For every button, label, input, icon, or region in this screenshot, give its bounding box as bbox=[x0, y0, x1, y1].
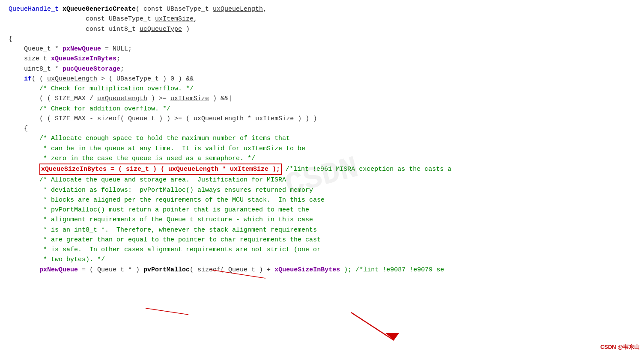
code-line: * can be in the queue at any time. It is… bbox=[9, 144, 635, 154]
code-line: { bbox=[9, 124, 635, 134]
code-line: * two bytes). */ bbox=[9, 255, 635, 265]
code-line: * blocks are aligned per the requirement… bbox=[9, 195, 635, 205]
code-container: CSDN QueueHandle_t xQueueGenericCreate( … bbox=[0, 0, 644, 354]
code-line: ( ( SIZE_MAX - sizeof( Queue_t ) ) >= ( … bbox=[9, 114, 635, 124]
code-line: xQueueSizeInBytes = ( size_t ) ( uxQueue… bbox=[9, 164, 635, 175]
code-lines: QueueHandle_t xQueueGenericCreate( const… bbox=[9, 4, 635, 275]
code-line: pxNewQueue = ( Queue_t * ) pvPortMalloc(… bbox=[9, 265, 635, 275]
code-line: * alignment requirements of the Queue_t … bbox=[9, 215, 635, 225]
code-line: * is safe. In other cases alignment requ… bbox=[9, 245, 635, 255]
code-line: /* Allocate the queue and storage area. … bbox=[9, 175, 635, 185]
code-line: * is an int8_t *. Therefore, whenever th… bbox=[9, 225, 635, 235]
svg-marker-3 bbox=[385, 333, 399, 340]
code-line: uint8_t * pucQueueStorage; bbox=[9, 64, 635, 74]
code-line: ( ( SIZE_MAX / uxQueueLength ) >= uxItem… bbox=[9, 94, 635, 104]
code-line: * pvPortMalloc() must return a pointer t… bbox=[9, 205, 635, 215]
csdn-badge: CSDN @韦东山 bbox=[600, 343, 640, 351]
code-line: size_t xQueueSizeInBytes; bbox=[9, 54, 635, 64]
code-line: /* Check for multiplication overflow. */ bbox=[9, 84, 635, 94]
code-line: /* Check for addition overflow. */ bbox=[9, 104, 635, 114]
code-line: if( ( uxQueueLength > ( UBaseType_t ) 0 … bbox=[9, 74, 635, 84]
highlighted-code: xQueueSizeInBytes = ( size_t ) ( uxQueue… bbox=[39, 164, 282, 175]
code-line: { bbox=[9, 34, 635, 44]
code-line: * zero in the case the queue is used as … bbox=[9, 154, 635, 164]
code-line: QueueHandle_t xQueueGenericCreate( const… bbox=[9, 4, 635, 14]
code-line: * are greater than or equal to the point… bbox=[9, 235, 635, 245]
code-line: const uint8_t ucQueueType ) bbox=[9, 24, 635, 34]
code-line: const UBaseType_t uxItemSize, bbox=[9, 14, 635, 24]
code-line: Queue_t * pxNewQueue = NULL; bbox=[9, 44, 635, 54]
svg-line-2 bbox=[351, 312, 394, 340]
svg-line-1 bbox=[146, 308, 188, 315]
code-line: * deviation as follows: pvPortMalloc() a… bbox=[9, 185, 635, 195]
code-line: /* Allocate enough space to hold the max… bbox=[9, 134, 635, 143]
